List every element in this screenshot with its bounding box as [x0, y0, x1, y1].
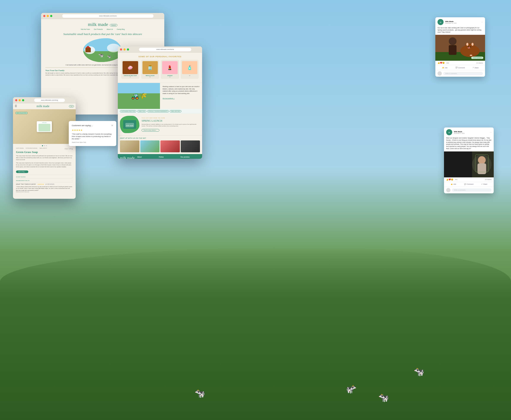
dot-1[interactable]	[42, 145, 43, 146]
svg-point-30	[472, 43, 474, 46]
product-card-3: 💄 LIP BALM 03	[161, 60, 179, 79]
product-img-2: 🫙	[142, 61, 158, 74]
tag-2: EXTRA MOISTURIZING	[26, 148, 37, 149]
fb-header-1: m Milk Made November 13, 2021 ···	[435, 17, 485, 27]
comment-field-2[interactable]: Write a comment...	[452, 188, 492, 192]
comment-field-1[interactable]: Write a comment...	[443, 72, 483, 75]
product-num-3: 03	[162, 76, 178, 78]
social-section: KEEP UP WITH US ON THE NET	[118, 135, 202, 154]
footer-about-title: About	[137, 156, 157, 158]
fb-meta-1: Milk Made November 13, 2021	[445, 21, 480, 24]
product-hero-image: milk made NEW COLLECTION	[13, 109, 76, 144]
footer-about-links: Our Story Bulk Orders Visit Our Farm	[137, 158, 157, 159]
footer-promise-text: To you is that we will always use fresh …	[181, 158, 200, 159]
new-collection-badge: NEW COLLECTION	[15, 112, 27, 114]
browser-dot-green[interactable]	[50, 15, 52, 17]
fb-comment-input-1: Write a comment...	[435, 70, 485, 77]
shop-dot-green[interactable]	[22, 99, 24, 101]
review-popup-text: "This stuff is a family miracle! It work…	[72, 133, 113, 140]
fb-text-1: Our son-in-law Jake working with Josie o…	[435, 27, 485, 35]
reaction-icons-1: 👍❤️😊	[437, 62, 445, 64]
share-icon-2: ↗	[481, 183, 482, 185]
comment-button-2[interactable]: 💬 Comment	[461, 183, 476, 186]
footer-follow-links: Instagram Facebook	[159, 158, 178, 159]
launch-desc: Announcing our newest addition to our sp…	[142, 123, 200, 127]
basket-button[interactable]: Basket	[110, 24, 117, 26]
fb-options-1[interactable]: ···	[481, 21, 483, 23]
site-footer: milk made About Our Story Bulk Orders Vi…	[118, 154, 202, 159]
fb-options-2[interactable]: ···	[490, 131, 492, 134]
svg-point-29	[466, 43, 468, 46]
share-button-2[interactable]: ↗ Share	[477, 183, 492, 186]
footer-follow-title: Follow	[159, 156, 178, 158]
main-browser-url: www.milkmade.com/home	[62, 14, 153, 18]
nav-about[interactable]: About Us	[107, 29, 113, 30]
fb-image-1: Cow Cameo!	[435, 35, 485, 61]
shop-browser-bar: www.milkmade.com/shop	[13, 97, 76, 103]
comment-button-1[interactable]: 💬 Comment	[452, 66, 468, 69]
review-count: 12 REVIEWS	[45, 183, 54, 185]
fb-actions-2: 👍 Like 💬 Comment ↗ Share	[444, 182, 494, 187]
review-author: Deborah from Vermont	[16, 191, 73, 193]
menu-icon[interactable]: ☰	[15, 105, 17, 108]
nav-visit-farm[interactable]: Visit the Farm	[81, 29, 90, 30]
all-products-link[interactable]: All of our products →	[163, 98, 175, 99]
product-num-2: 02	[142, 76, 158, 78]
fb-date-2: November 4, 2021	[454, 133, 488, 134]
like-button-1[interactable]: 👍 Like	[437, 66, 452, 69]
launch-blob: milk made	[120, 116, 139, 133]
footer-follow-col: Follow Instagram Facebook	[159, 156, 178, 159]
mid-browser-window: www.milkmade.com/home SOME OF OUR PERSON…	[118, 46, 202, 159]
cart-button[interactable]: Cart	[69, 105, 74, 107]
farm-image: 🚜🌾	[118, 83, 160, 109]
shop-content: ☰ milk made Cart milk made NEW COLLECTIO…	[13, 103, 76, 199]
tag-family: FAMILY RUN	[137, 110, 146, 112]
favorites-title: SOME OF OUR PERSONAL FAVORITES	[121, 56, 199, 58]
mid-dot-green[interactable]	[127, 48, 129, 51]
launch-cta-button[interactable]: Shop the spring collection →	[142, 129, 159, 132]
product-weight: 6 oz / 170 g	[65, 148, 73, 150]
tag-3: SMALL BATCH	[39, 148, 47, 149]
nav-products[interactable]: Our Products	[94, 29, 103, 30]
grass-field	[0, 247, 511, 420]
mid-browser-url: www.milkmade.com/home	[139, 48, 191, 51]
tag-small-batch: SMALL BATCHED	[170, 110, 181, 112]
mid-dot-yellow[interactable]	[123, 48, 126, 51]
product-info: GOAT CHEESE · EXTRA MOISTURIZING · SMALL…	[13, 148, 76, 194]
facebook-card-1: m Milk Made November 13, 2021 ··· Our so…	[435, 17, 485, 77]
dot-3[interactable]	[46, 145, 47, 146]
product-card-4: 🧴 04	[181, 60, 199, 79]
farm-scene: 🚜🌾	[118, 83, 160, 109]
reaction-count-2: 301	[455, 179, 458, 180]
product-img-3: 💄	[162, 61, 178, 74]
cow-cameo-badge: Cow Cameo!	[471, 57, 483, 59]
shop-dot-yellow[interactable]	[19, 99, 21, 101]
blob-arrow-left[interactable]: ‹	[84, 49, 85, 52]
share-icon-1: ↗	[473, 67, 474, 68]
add-to-bag-button[interactable]: Add to Bag →	[16, 171, 28, 173]
farm-description: Working outdoors is hard on your skin an…	[163, 86, 199, 95]
scent-notes-section[interactable]: SCENT NOTES ›	[16, 175, 73, 178]
like-button-2[interactable]: 👍 Like	[446, 183, 461, 186]
product-num-4: 04	[182, 75, 198, 76]
facebook-card-2: m Milk Made November 4, 2021 ··· Meet ou…	[444, 128, 494, 193]
browser-dot-yellow[interactable]	[47, 15, 49, 17]
mid-dot-red[interactable]	[120, 48, 122, 51]
farm-text-col: Working outdoors is hard on your skin an…	[160, 83, 202, 109]
comment-icon-2: 💬	[464, 183, 466, 185]
nav-blog[interactable]: Family Blog	[117, 29, 125, 30]
dot-2[interactable]	[44, 145, 45, 146]
svg-text:milk made: milk made	[126, 125, 133, 127]
hero-blob: 🐄 🐄 ‹ ›	[83, 38, 122, 62]
browser-dot-red[interactable]	[43, 15, 46, 17]
product-desc-2: This soap was inspired by one of Josie's…	[16, 162, 73, 168]
review-popup-header: Customers are saying.... ✕	[72, 124, 113, 127]
review-close-button[interactable]: ✕	[111, 124, 113, 127]
field-cow-1: 🐄	[346, 384, 357, 394]
site-logo: milk made	[88, 22, 108, 27]
svg-point-38	[478, 156, 486, 164]
shop-dot-red[interactable]	[15, 99, 17, 101]
ingredient-facts-section[interactable]: INGREDIENT FACTS ›	[16, 179, 73, 181]
share-button-1[interactable]: ↗ Share	[468, 66, 483, 69]
review-text: "I have always hated winter because my s…	[16, 186, 73, 191]
